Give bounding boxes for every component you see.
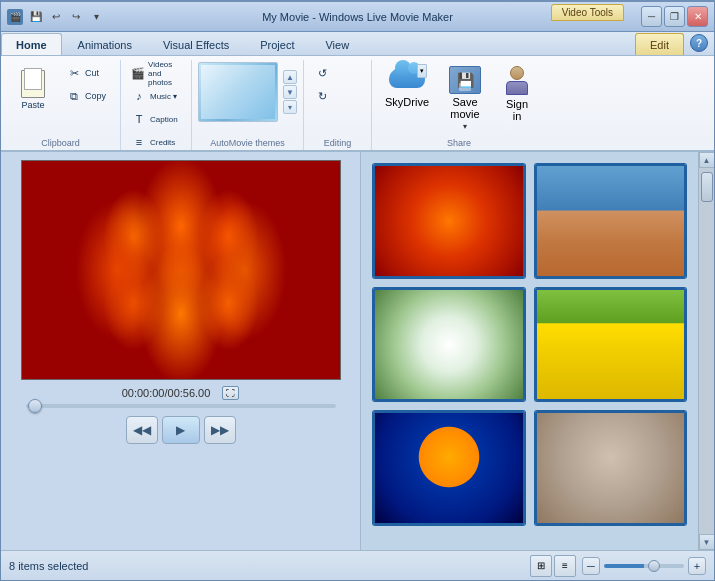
paste-icon: [17, 66, 49, 98]
share-label: Share: [378, 136, 540, 148]
thumbnail-koala[interactable]: [535, 411, 687, 525]
rotate-right-btn[interactable]: ↻: [310, 85, 360, 107]
status-right: ⊞ ≡ ─ +: [530, 555, 706, 577]
editing-label: Editing: [310, 136, 365, 148]
undo-btn[interactable]: ↩: [47, 8, 65, 26]
ribbon-panel: Paste ✂ Cut ⧉ Copy Clipboard: [1, 56, 714, 152]
add-col: 🎬 Videos and photos ♪ Music ▾ T Caption …: [127, 62, 185, 152]
time-display: 00:00:00/00:56.00⛶: [122, 386, 240, 400]
gallery-scroll-controls: ▲ ▼ ▾: [283, 70, 297, 114]
dropdown-btn[interactable]: ▾: [87, 8, 105, 26]
main-content: 00:00:00/00:56.00⛶ ◀◀ ▶ ▶▶: [1, 152, 714, 550]
scroll-down-btn[interactable]: ▼: [699, 534, 715, 550]
play-button[interactable]: ▶: [162, 416, 200, 444]
add-music-btn[interactable]: ♪ Music ▾: [127, 85, 185, 107]
themes-gallery-area: ▲ ▼ ▾: [198, 62, 297, 122]
tab-edit[interactable]: Edit: [635, 33, 684, 55]
rewind-button[interactable]: ◀◀: [126, 416, 158, 444]
person-head-graphic: [510, 66, 524, 80]
add-music-label: Music ▾: [150, 92, 177, 101]
save-movie-label: Save movie: [450, 96, 479, 120]
video-icon: 🎬: [131, 65, 145, 81]
add-section: 🎬 Videos and photos ♪ Music ▾ T Caption …: [121, 60, 192, 150]
themes-gallery[interactable]: [198, 62, 278, 122]
clipboard-section: Paste ✂ Cut ⧉ Copy Clipboard: [1, 60, 121, 150]
cut-button[interactable]: ✂ Cut: [62, 62, 114, 84]
zoom-out-btn[interactable]: ─: [582, 557, 600, 575]
cut-icon: ✂: [66, 65, 82, 81]
thumbnail-jellyfish[interactable]: [373, 411, 525, 525]
app-icon: 🎬: [7, 9, 23, 25]
editing-section: ↺ ↻ Editing: [304, 60, 372, 150]
app-window: 🎬 💾 ↩ ↪ ▾ My Movie - Windows Live Movie …: [0, 0, 715, 581]
seek-bar-container: [26, 404, 336, 408]
copy-button[interactable]: ⧉ Copy: [62, 85, 114, 107]
seek-bar[interactable]: [26, 404, 336, 408]
theme-preview: [201, 65, 275, 119]
video-preview: [21, 160, 341, 380]
flower-preview-image: [22, 161, 340, 379]
scroll-track[interactable]: [699, 168, 714, 534]
gallery-expand-btn[interactable]: ▾: [283, 100, 297, 114]
title-bar: 🎬 💾 ↩ ↪ ▾ My Movie - Windows Live Movie …: [1, 2, 714, 32]
fullscreen-icon[interactable]: ⛶: [222, 386, 239, 400]
gallery-up-btn[interactable]: ▲: [283, 70, 297, 84]
storyboard-view-btn[interactable]: ⊞: [530, 555, 552, 577]
help-button[interactable]: ?: [690, 34, 708, 52]
zoom-in-btn[interactable]: +: [688, 557, 706, 575]
automovie-content: ▲ ▼ ▾: [198, 62, 297, 136]
zoom-slider[interactable]: [604, 564, 684, 568]
ribbon-tab-bar: Home Animations Visual Effects Project V…: [1, 32, 714, 56]
tab-view[interactable]: View: [310, 33, 364, 55]
gallery-down-btn[interactable]: ▼: [283, 85, 297, 99]
tab-animations[interactable]: Animations: [63, 33, 147, 55]
app-icon-area: 🎬: [7, 9, 23, 25]
preview-panel: 00:00:00/00:56.00⛶ ◀◀ ▶ ▶▶: [1, 152, 361, 550]
restore-button[interactable]: ❐: [664, 6, 685, 27]
scroll-up-btn[interactable]: ▲: [699, 152, 715, 168]
sign-in-button[interactable]: Sign in: [494, 62, 540, 126]
editing-content: ↺ ↻: [310, 62, 365, 136]
add-videos-label: Videos and photos: [148, 60, 181, 87]
skydrive-button[interactable]: ▾ SkyDrive: [378, 62, 436, 112]
redo-btn[interactable]: ↪: [67, 8, 85, 26]
paste-icon-graphic: [17, 66, 49, 98]
add-captions-btn[interactable]: T Caption: [127, 108, 185, 130]
add-content: 🎬 Videos and photos ♪ Music ▾ T Caption …: [127, 62, 185, 152]
close-button[interactable]: ✕: [687, 6, 708, 27]
view-toggle: ⊞ ≡: [530, 555, 576, 577]
add-credits-btn[interactable]: ≡ Credits: [127, 131, 185, 152]
window-controls: ─ ❐ ✕: [641, 6, 708, 27]
save-dropdown-indicator: ▾: [463, 122, 467, 131]
scroll-thumb[interactable]: [701, 172, 713, 202]
paste-button[interactable]: Paste: [7, 62, 59, 115]
thumbnail-white-flower[interactable]: [373, 288, 525, 402]
seek-thumb[interactable]: [28, 399, 42, 413]
timecode: 00:00:00/00:56.00: [122, 387, 211, 399]
rotate-right-icon: ↻: [314, 88, 330, 104]
thumbnail-desert[interactable]: [535, 164, 687, 278]
timeline-view-btn[interactable]: ≡: [554, 555, 576, 577]
thumbnail-tulips[interactable]: [535, 288, 687, 402]
tab-home[interactable]: Home: [1, 33, 62, 55]
tab-visual-effects[interactable]: Visual Effects: [148, 33, 244, 55]
add-videos-photos-btn[interactable]: 🎬 Videos and photos: [127, 62, 185, 84]
forward-button[interactable]: ▶▶: [204, 416, 236, 444]
save-quick-btn[interactable]: 💾: [27, 8, 45, 26]
copy-icon: ⧉: [66, 88, 82, 104]
credits-icon: ≡: [131, 134, 147, 150]
save-movie-button[interactable]: 💾 Save movie ▾: [439, 62, 491, 135]
thumbnail-flower-red[interactable]: [373, 164, 525, 278]
minimize-button[interactable]: ─: [641, 6, 662, 27]
zoom-slider-thumb[interactable]: [648, 560, 660, 572]
rotate-left-btn[interactable]: ↺: [310, 62, 360, 84]
person-body-graphic: [506, 81, 528, 95]
sign-in-label: Sign in: [506, 98, 528, 122]
clipboard-content: Paste ✂ Cut ⧉ Copy: [7, 62, 114, 136]
add-captions-label: Caption: [150, 115, 178, 124]
share-content: ▾ SkyDrive 💾 Save movie ▾: [378, 62, 540, 136]
tab-project[interactable]: Project: [245, 33, 309, 55]
copy-label: Copy: [85, 91, 106, 101]
skydrive-label: SkyDrive: [385, 96, 429, 108]
add-credits-label: Credits: [150, 138, 175, 147]
